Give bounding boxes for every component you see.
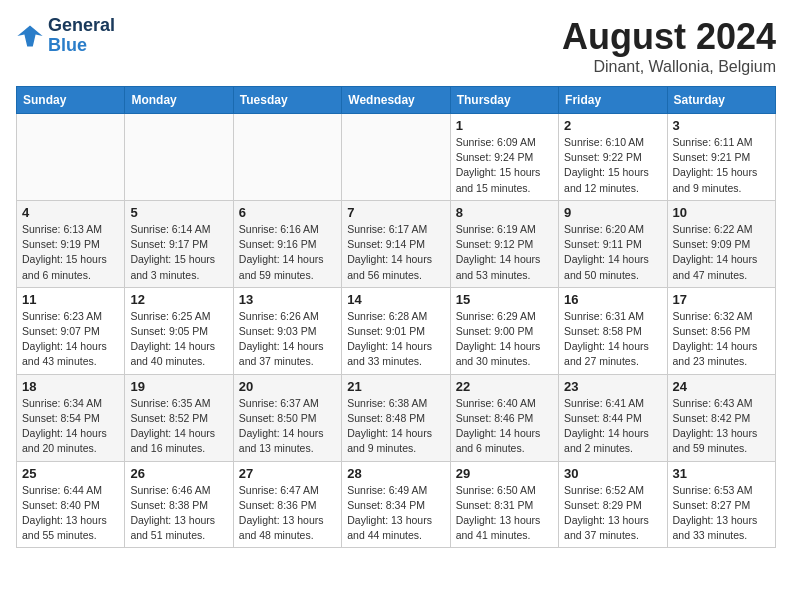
day-number: 27 bbox=[239, 466, 336, 481]
day-info: Sunrise: 6:29 AM Sunset: 9:00 PM Dayligh… bbox=[456, 309, 553, 370]
day-info: Sunrise: 6:52 AM Sunset: 8:29 PM Dayligh… bbox=[564, 483, 661, 544]
day-number: 8 bbox=[456, 205, 553, 220]
day-info: Sunrise: 6:32 AM Sunset: 8:56 PM Dayligh… bbox=[673, 309, 770, 370]
day-info: Sunrise: 6:37 AM Sunset: 8:50 PM Dayligh… bbox=[239, 396, 336, 457]
header-friday: Friday bbox=[559, 87, 667, 114]
calendar-cell: 6Sunrise: 6:16 AM Sunset: 9:16 PM Daylig… bbox=[233, 200, 341, 287]
day-info: Sunrise: 6:14 AM Sunset: 9:17 PM Dayligh… bbox=[130, 222, 227, 283]
calendar-cell: 9Sunrise: 6:20 AM Sunset: 9:11 PM Daylig… bbox=[559, 200, 667, 287]
logo-text: General Blue bbox=[48, 16, 115, 56]
day-info: Sunrise: 6:38 AM Sunset: 8:48 PM Dayligh… bbox=[347, 396, 444, 457]
day-number: 17 bbox=[673, 292, 770, 307]
day-number: 4 bbox=[22, 205, 119, 220]
day-number: 24 bbox=[673, 379, 770, 394]
day-number: 16 bbox=[564, 292, 661, 307]
day-info: Sunrise: 6:53 AM Sunset: 8:27 PM Dayligh… bbox=[673, 483, 770, 544]
day-number: 30 bbox=[564, 466, 661, 481]
calendar-cell: 13Sunrise: 6:26 AM Sunset: 9:03 PM Dayli… bbox=[233, 287, 341, 374]
logo-line2: Blue bbox=[48, 36, 115, 56]
calendar-cell: 2Sunrise: 6:10 AM Sunset: 9:22 PM Daylig… bbox=[559, 114, 667, 201]
calendar-cell: 3Sunrise: 6:11 AM Sunset: 9:21 PM Daylig… bbox=[667, 114, 775, 201]
calendar-cell: 10Sunrise: 6:22 AM Sunset: 9:09 PM Dayli… bbox=[667, 200, 775, 287]
header-monday: Monday bbox=[125, 87, 233, 114]
day-number: 15 bbox=[456, 292, 553, 307]
day-info: Sunrise: 6:43 AM Sunset: 8:42 PM Dayligh… bbox=[673, 396, 770, 457]
day-number: 7 bbox=[347, 205, 444, 220]
calendar-cell: 21Sunrise: 6:38 AM Sunset: 8:48 PM Dayli… bbox=[342, 374, 450, 461]
day-info: Sunrise: 6:20 AM Sunset: 9:11 PM Dayligh… bbox=[564, 222, 661, 283]
day-number: 25 bbox=[22, 466, 119, 481]
day-info: Sunrise: 6:47 AM Sunset: 8:36 PM Dayligh… bbox=[239, 483, 336, 544]
day-info: Sunrise: 6:31 AM Sunset: 8:58 PM Dayligh… bbox=[564, 309, 661, 370]
day-info: Sunrise: 6:11 AM Sunset: 9:21 PM Dayligh… bbox=[673, 135, 770, 196]
calendar-cell: 19Sunrise: 6:35 AM Sunset: 8:52 PM Dayli… bbox=[125, 374, 233, 461]
day-number: 12 bbox=[130, 292, 227, 307]
calendar-header: Sunday Monday Tuesday Wednesday Thursday… bbox=[17, 87, 776, 114]
day-number: 5 bbox=[130, 205, 227, 220]
day-number: 19 bbox=[130, 379, 227, 394]
logo-line1: General bbox=[48, 16, 115, 36]
logo: General Blue bbox=[16, 16, 115, 56]
calendar-cell: 11Sunrise: 6:23 AM Sunset: 9:07 PM Dayli… bbox=[17, 287, 125, 374]
calendar-cell: 23Sunrise: 6:41 AM Sunset: 8:44 PM Dayli… bbox=[559, 374, 667, 461]
location: Dinant, Wallonia, Belgium bbox=[562, 58, 776, 76]
day-number: 21 bbox=[347, 379, 444, 394]
calendar-cell bbox=[233, 114, 341, 201]
day-info: Sunrise: 6:09 AM Sunset: 9:24 PM Dayligh… bbox=[456, 135, 553, 196]
calendar-cell: 20Sunrise: 6:37 AM Sunset: 8:50 PM Dayli… bbox=[233, 374, 341, 461]
logo-icon bbox=[16, 22, 44, 50]
calendar-cell: 1Sunrise: 6:09 AM Sunset: 9:24 PM Daylig… bbox=[450, 114, 558, 201]
day-info: Sunrise: 6:40 AM Sunset: 8:46 PM Dayligh… bbox=[456, 396, 553, 457]
day-info: Sunrise: 6:35 AM Sunset: 8:52 PM Dayligh… bbox=[130, 396, 227, 457]
day-info: Sunrise: 6:13 AM Sunset: 9:19 PM Dayligh… bbox=[22, 222, 119, 283]
day-info: Sunrise: 6:10 AM Sunset: 9:22 PM Dayligh… bbox=[564, 135, 661, 196]
header-tuesday: Tuesday bbox=[233, 87, 341, 114]
calendar-cell: 14Sunrise: 6:28 AM Sunset: 9:01 PM Dayli… bbox=[342, 287, 450, 374]
day-number: 3 bbox=[673, 118, 770, 133]
calendar-cell: 25Sunrise: 6:44 AM Sunset: 8:40 PM Dayli… bbox=[17, 461, 125, 548]
day-number: 14 bbox=[347, 292, 444, 307]
day-number: 13 bbox=[239, 292, 336, 307]
day-number: 2 bbox=[564, 118, 661, 133]
calendar-table: Sunday Monday Tuesday Wednesday Thursday… bbox=[16, 86, 776, 548]
calendar-cell: 30Sunrise: 6:52 AM Sunset: 8:29 PM Dayli… bbox=[559, 461, 667, 548]
day-number: 9 bbox=[564, 205, 661, 220]
day-info: Sunrise: 6:26 AM Sunset: 9:03 PM Dayligh… bbox=[239, 309, 336, 370]
header-sunday: Sunday bbox=[17, 87, 125, 114]
calendar-cell bbox=[125, 114, 233, 201]
page-header: General Blue August 2024 Dinant, Walloni… bbox=[16, 16, 776, 76]
weekday-row: Sunday Monday Tuesday Wednesday Thursday… bbox=[17, 87, 776, 114]
calendar-cell: 15Sunrise: 6:29 AM Sunset: 9:00 PM Dayli… bbox=[450, 287, 558, 374]
calendar-week-1: 4Sunrise: 6:13 AM Sunset: 9:19 PM Daylig… bbox=[17, 200, 776, 287]
calendar-cell: 18Sunrise: 6:34 AM Sunset: 8:54 PM Dayli… bbox=[17, 374, 125, 461]
day-info: Sunrise: 6:17 AM Sunset: 9:14 PM Dayligh… bbox=[347, 222, 444, 283]
day-number: 18 bbox=[22, 379, 119, 394]
day-number: 28 bbox=[347, 466, 444, 481]
day-number: 1 bbox=[456, 118, 553, 133]
calendar-cell: 4Sunrise: 6:13 AM Sunset: 9:19 PM Daylig… bbox=[17, 200, 125, 287]
day-number: 11 bbox=[22, 292, 119, 307]
calendar-week-4: 25Sunrise: 6:44 AM Sunset: 8:40 PM Dayli… bbox=[17, 461, 776, 548]
day-info: Sunrise: 6:49 AM Sunset: 8:34 PM Dayligh… bbox=[347, 483, 444, 544]
day-info: Sunrise: 6:23 AM Sunset: 9:07 PM Dayligh… bbox=[22, 309, 119, 370]
calendar-cell bbox=[17, 114, 125, 201]
title-block: August 2024 Dinant, Wallonia, Belgium bbox=[562, 16, 776, 76]
month-title: August 2024 bbox=[562, 16, 776, 58]
calendar-cell: 22Sunrise: 6:40 AM Sunset: 8:46 PM Dayli… bbox=[450, 374, 558, 461]
day-number: 23 bbox=[564, 379, 661, 394]
day-number: 6 bbox=[239, 205, 336, 220]
day-number: 10 bbox=[673, 205, 770, 220]
day-info: Sunrise: 6:44 AM Sunset: 8:40 PM Dayligh… bbox=[22, 483, 119, 544]
day-number: 20 bbox=[239, 379, 336, 394]
calendar-cell: 27Sunrise: 6:47 AM Sunset: 8:36 PM Dayli… bbox=[233, 461, 341, 548]
calendar-cell bbox=[342, 114, 450, 201]
calendar-week-2: 11Sunrise: 6:23 AM Sunset: 9:07 PM Dayli… bbox=[17, 287, 776, 374]
header-thursday: Thursday bbox=[450, 87, 558, 114]
day-info: Sunrise: 6:28 AM Sunset: 9:01 PM Dayligh… bbox=[347, 309, 444, 370]
day-info: Sunrise: 6:19 AM Sunset: 9:12 PM Dayligh… bbox=[456, 222, 553, 283]
day-number: 22 bbox=[456, 379, 553, 394]
day-info: Sunrise: 6:41 AM Sunset: 8:44 PM Dayligh… bbox=[564, 396, 661, 457]
calendar-week-3: 18Sunrise: 6:34 AM Sunset: 8:54 PM Dayli… bbox=[17, 374, 776, 461]
day-info: Sunrise: 6:34 AM Sunset: 8:54 PM Dayligh… bbox=[22, 396, 119, 457]
calendar-cell: 31Sunrise: 6:53 AM Sunset: 8:27 PM Dayli… bbox=[667, 461, 775, 548]
